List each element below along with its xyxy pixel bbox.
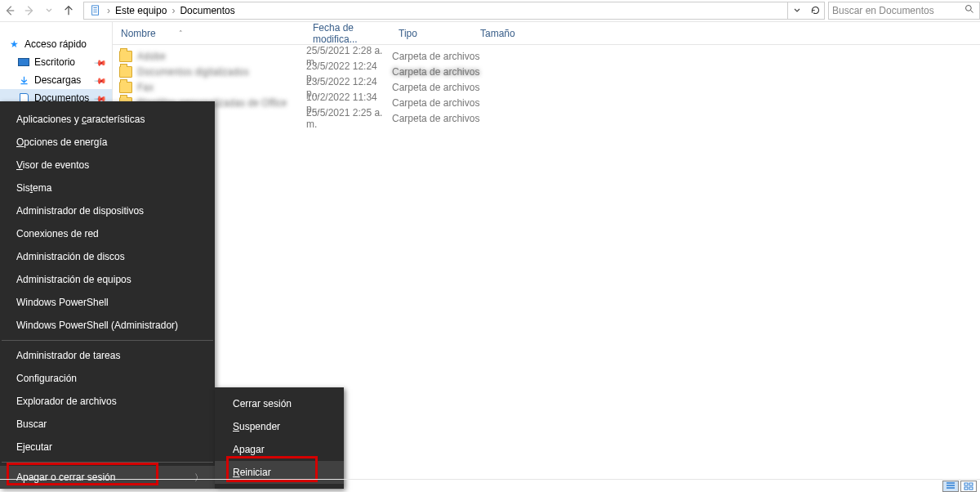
file-type: Carpeta de archivos [392,51,490,62]
winx-menu: Aplicaciones y características Opciones … [0,101,215,489]
winx-item-event-viewer[interactable]: Visor de eventos [0,154,215,177]
winx-item-settings[interactable]: Configuración [0,367,215,390]
file-list: Adobe 25/5/2021 2:28 a. m. Carpeta de ar… [113,45,980,126]
file-type: Carpeta de archivos [392,97,490,109]
pin-icon: 📌 [94,56,107,69]
col-date[interactable]: Fecha de modifica... [306,22,392,44]
sort-asc-icon: ˄ [179,29,183,38]
search-box[interactable] [828,2,980,20]
file-name: Documentos digitalizados [137,66,249,78]
view-large-icons-button[interactable] [960,481,977,492]
file-name: Adobe [137,51,166,62]
search-icon [963,4,976,16]
winx-item-apps-features[interactable]: Aplicaciones y características [0,108,215,131]
file-row[interactable]: 25/5/2021 2:25 a. m. Carpeta de archivos [113,110,980,126]
winx-item-disk-management[interactable]: Administración de discos [0,245,215,268]
winx-item-run[interactable]: Ejecutar [0,436,215,458]
submenu-item-signout[interactable]: Cerrar sesión [215,392,344,415]
breadcrumb-separator: › [170,5,176,16]
winx-item-powershell-admin[interactable]: Windows PowerShell (Administrador) [0,314,215,337]
breadcrumb[interactable]: › Este equipo › Documentos [83,2,788,20]
file-type: Carpeta de archivos [392,66,490,78]
winx-item-powershell[interactable]: Windows PowerShell [0,291,215,314]
shutdown-submenu: Cerrar sesión Suspender Apagar Reiniciar [215,387,344,489]
breadcrumb-seg-2[interactable]: Documentos [176,5,238,16]
submenu-item-sleep[interactable]: Suspender [215,415,344,438]
chevron-down-icon [46,7,52,14]
winx-item-task-manager[interactable]: Administrador de tareas [0,344,215,367]
file-row[interactable]: Fax 23/5/2022 12:24 p... Carpeta de arch… [113,79,980,95]
sidebar-item-desktop[interactable]: Escritorio 📌 [0,53,112,71]
refresh-icon [810,5,821,16]
winx-item-network-connections[interactable]: Conexiones de red [0,222,215,245]
file-type: Carpeta de archivos [392,113,490,124]
column-headers: Nombre ˄ Fecha de modifica... Tipo Tamañ… [113,22,980,45]
col-type-label: Tipo [399,28,417,39]
folder-icon [119,82,132,93]
sidebar-item-quick-access[interactable]: ★ Acceso rápido [0,35,112,53]
svg-point-1 [966,6,972,11]
chevron-down-icon [794,7,800,14]
col-date-label: Fecha de modifica... [313,22,385,45]
desktop-icon [18,56,29,68]
winx-item-file-explorer[interactable]: Explorador de archivos [0,390,215,413]
large-icons-view-icon [964,482,973,490]
refresh-button[interactable] [806,2,824,20]
col-name[interactable]: Nombre ˄ [113,22,306,44]
winx-item-system[interactable]: Sistema [0,177,215,199]
sidebar-item-downloads[interactable]: Descargas 📌 [0,71,112,89]
breadcrumb-separator: › [105,5,112,16]
status-bar [0,479,980,492]
winx-item-device-manager[interactable]: Administrador de dispositivos [0,199,215,222]
sidebar-label: Escritorio [34,56,75,68]
svg-rect-4 [964,487,968,490]
star-icon: ★ [8,38,20,50]
winx-item-computer-management[interactable]: Administración de equipos [0,268,215,291]
download-icon [18,74,29,86]
menu-separator [2,340,213,341]
documents-folder-icon [89,4,102,17]
folder-icon [119,66,132,78]
arrow-right-icon [24,5,35,16]
arrow-up-icon [63,5,74,16]
sidebar-label: Acceso rápido [24,38,87,50]
file-row[interactable]: Documentos digitalizados 23/5/2022 12:24… [113,64,980,79]
svg-rect-5 [969,487,973,490]
col-name-label: Nombre [121,28,156,39]
file-date: 25/5/2021 2:25 a. m. [306,107,392,130]
nav-forward-button[interactable] [20,1,39,20]
svg-rect-3 [969,483,973,485]
menu-separator [2,462,213,463]
svg-rect-2 [964,483,968,485]
sidebar-label: Descargas [34,74,81,86]
col-size-label: Tamaño [480,28,515,39]
nav-back-button[interactable] [0,1,20,20]
breadcrumb-seg-1[interactable]: Este equipo [112,5,170,16]
search-input[interactable] [832,5,963,16]
file-name: Fax [137,82,154,93]
view-details-button[interactable] [942,481,959,492]
breadcrumb-dropdown-button[interactable] [788,2,806,20]
winx-item-search[interactable]: Buscar [0,413,215,436]
file-row[interactable]: Adobe 25/5/2021 2:28 a. m. Carpeta de ar… [113,48,980,64]
folder-icon [119,51,132,62]
file-type: Carpeta de archivos [392,82,490,93]
details-view-icon [946,482,956,490]
nav-up-button[interactable] [59,1,78,20]
col-type[interactable]: Tipo [392,22,474,44]
arrow-left-icon [4,5,16,16]
file-row[interactable]: Plantillas personalizadas de Office 10/2… [113,95,980,110]
address-bar: › Este equipo › Documentos [0,0,980,21]
refresh-group [788,2,825,20]
submenu-item-shutdown[interactable]: Apagar [215,438,344,461]
pin-icon: 📌 [94,74,107,87]
winx-item-power-options[interactable]: Opciones de energía [0,131,215,154]
nav-recent-button[interactable] [39,1,59,20]
col-size[interactable]: Tamaño [474,22,531,44]
